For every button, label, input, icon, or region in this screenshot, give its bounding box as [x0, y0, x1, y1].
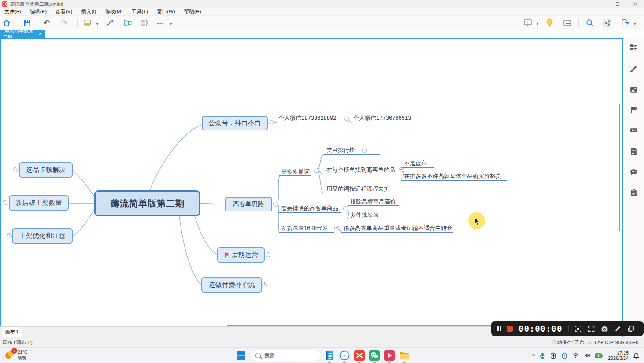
maximize-button[interactable]: [609, 0, 626, 8]
topic-bangdan-gaokedan[interactable]: 在每个榜单找到高客单的品: [324, 167, 399, 174]
tray-expand-icon[interactable]: ^: [532, 353, 535, 358]
start-button[interactable]: [236, 351, 246, 360]
topic-bushixugao[interactable]: 不是虚高: [402, 160, 434, 168]
image-panel-button[interactable]: [629, 85, 638, 94]
battery-icon[interactable]: [595, 353, 603, 358]
comments-panel-button[interactable]: [629, 168, 638, 176]
collapse-icon[interactable]: [273, 202, 278, 207]
label-panel-button[interactable]: Aa: [629, 126, 638, 135]
share-button[interactable]: [601, 17, 614, 29]
microphone-icon[interactable]: [539, 352, 546, 359]
menu-edit[interactable]: 编辑(E): [29, 8, 48, 15]
topic-fufei-budan[interactable]: 选做付费补单流: [201, 277, 262, 293]
topic-leimu-paihang[interactable]: 类目排行榜: [324, 147, 380, 155]
collapse-icon[interactable]: [343, 206, 348, 211]
export-dropdown[interactable]: [632, 17, 638, 29]
pause-recording-button[interactable]: [497, 326, 501, 331]
close-button[interactable]: [626, 0, 644, 8]
boundary-button[interactable]: [121, 17, 134, 29]
topic-xindian-shangjia[interactable]: 新店破上架数量: [9, 195, 69, 211]
tab-close-icon[interactable]: ✕: [38, 31, 42, 37]
expand-icon[interactable]: [262, 282, 267, 287]
topic-zhongzhuancang[interactable]: 很多高客单商品重量或者运输不适合中转仓: [341, 225, 453, 233]
expand-icon[interactable]: [266, 252, 270, 257]
notification-bell-icon[interactable]: [633, 352, 640, 359]
topic-xuanpin-kadun[interactable]: 选品卡顿解决: [19, 162, 73, 178]
screenshot-button[interactable]: [601, 325, 608, 333]
topic-houqi-yunying[interactable]: 后期运营: [217, 247, 265, 263]
marker-panel-button[interactable]: [629, 106, 638, 114]
more-tools-button[interactable]: [154, 17, 167, 29]
format-panel-button[interactable]: [629, 43, 638, 52]
more-tools-dropdown[interactable]: [167, 17, 174, 29]
annotate-button[interactable]: [614, 325, 622, 333]
topic-fahuo-1688[interactable]: 发货尽量1688代发: [279, 225, 334, 233]
presentation-dropdown[interactable]: [534, 17, 540, 29]
task-panel-button[interactable]: [629, 189, 638, 197]
collapse-icon[interactable]: [334, 226, 339, 230]
collapse-icon[interactable]: [344, 116, 349, 121]
topic-central[interactable]: 薅流简单版第二期: [94, 190, 200, 216]
relationship-button[interactable]: [104, 17, 117, 29]
taskbar-search[interactable]: 搜索: [250, 350, 322, 361]
taskbar-app-wechat[interactable]: [369, 350, 380, 361]
ime-icon[interactable]: [550, 352, 557, 359]
topic-paichu-pinpai[interactable]: 排除品牌商品高价: [348, 198, 399, 206]
menu-tools[interactable]: 工具(T): [130, 8, 149, 15]
topic-gongzhonghao[interactable]: 公众号：绅白不白: [202, 116, 268, 130]
minimize-button[interactable]: [591, 0, 609, 8]
topic-gaokedan[interactable]: 高客单思路: [225, 197, 272, 211]
export-button[interactable]: [618, 17, 632, 29]
app-tray-icon[interactable]: [561, 352, 568, 359]
taskbar-app-xmind[interactable]: [354, 350, 365, 361]
topic-yongpin-ci[interactable]: 用品的词按远程流程去扩: [324, 185, 389, 193]
menu-insert[interactable]: 插入(I): [80, 8, 97, 15]
taskbar-app-notepad[interactable]: [324, 350, 335, 361]
taskbar-app-media[interactable]: [384, 350, 395, 361]
topic-jiage-gui[interactable]: 在拼多多不许高就是这个品确实价格贵: [402, 173, 507, 181]
topic-duojian-pifa[interactable]: 多件批发装: [348, 211, 383, 219]
stop-recording-button[interactable]: [507, 326, 513, 332]
style-panel-button[interactable]: [629, 65, 638, 73]
vertical-scrollbar[interactable]: [619, 104, 620, 231]
sheet-dropdown[interactable]: [94, 17, 100, 29]
menu-modify[interactable]: 修改(M): [104, 8, 123, 15]
weather-widget[interactable]: 2 21°C 晴朗: [4, 349, 27, 361]
menu-help[interactable]: 帮助(H): [183, 8, 202, 15]
menu-file[interactable]: 文件(F): [4, 8, 22, 15]
idea-button[interactable]: [543, 17, 556, 29]
taskbar-clock[interactable]: 17:15 2026/3/24: [608, 350, 629, 361]
taskbar-app-browser[interactable]: [339, 350, 350, 361]
topic-pdd-zhuaci[interactable]: 拼多多抓词: [279, 168, 311, 176]
topic-xuyao-paichu[interactable]: 需要排除的高客单商品: [279, 205, 341, 213]
collapse-icon[interactable]: [362, 148, 367, 153]
summary-button[interactable]: [137, 17, 151, 29]
record-region-button[interactable]: [574, 325, 582, 333]
sheet-tab-canvas1[interactable]: 画布 1: [2, 327, 22, 337]
collapse-icon[interactable]: [269, 120, 274, 125]
menu-view[interactable]: 查看(V): [55, 8, 73, 15]
menu-window[interactable]: 窗口(W): [156, 8, 176, 15]
taskbar-app-explorer[interactable]: [399, 350, 410, 361]
right-sidebar: Aa: [623, 38, 644, 337]
panel-button[interactable]: [561, 17, 574, 29]
wifi-icon[interactable]: [572, 352, 579, 359]
collapse-icon[interactable]: [399, 167, 403, 172]
notes-panel-button[interactable]: [629, 147, 638, 156]
topic-shangjia-youhua[interactable]: 上架优化和注意: [12, 228, 73, 244]
topic-weixin-2[interactable]: 个人微信17736766513: [351, 115, 418, 122]
search-button[interactable]: [583, 17, 596, 29]
expand-icon[interactable]: [13, 167, 18, 172]
fullscreen-button[interactable]: [588, 325, 595, 333]
undo-button[interactable]: [40, 17, 53, 29]
expand-icon[interactable]: [3, 200, 7, 205]
collapse-icon[interactable]: [314, 168, 318, 173]
expand-icon[interactable]: [7, 233, 12, 238]
document-tab[interactable]: *薅流简单版第二期 ✕: [0, 30, 45, 38]
redo-button[interactable]: [58, 17, 71, 29]
windows-mode-button[interactable]: [627, 325, 635, 333]
topic-weixin-1[interactable]: 个人微信18733628892: [276, 115, 342, 122]
speaker-icon[interactable]: [584, 352, 590, 359]
presentation-button[interactable]: [521, 17, 534, 29]
sheet-button[interactable]: [81, 17, 94, 29]
